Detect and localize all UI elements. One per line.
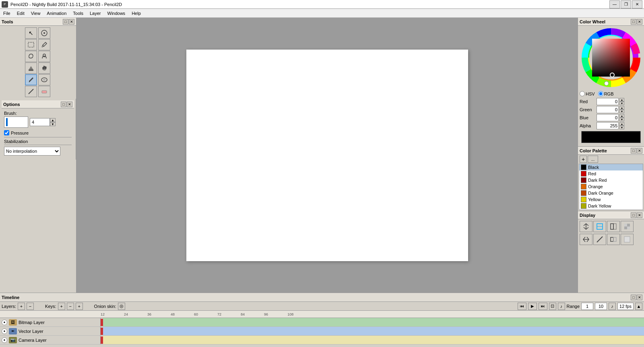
menu-animation[interactable]: Animation — [43, 9, 70, 18]
menu-edit[interactable]: Edit — [14, 9, 28, 18]
layer-timeline-camera[interactable] — [101, 336, 644, 344]
hsv-radio[interactable] — [580, 91, 585, 96]
rgb-radio-label[interactable]: RGB — [598, 91, 614, 96]
loop-btn[interactable]: ⊡ — [549, 303, 556, 310]
flip-vertical-btn[interactable] — [580, 234, 592, 245]
menu-tools[interactable]: Tools — [70, 9, 87, 18]
layer-eye-camera[interactable]: ● — [2, 337, 7, 343]
restore-button[interactable]: ❐ — [621, 0, 631, 8]
rubber-tool[interactable] — [38, 86, 50, 97]
layer-timeline-vector[interactable] — [101, 327, 644, 335]
minimize-button[interactable]: — — [609, 0, 620, 8]
menu-layer[interactable]: Layer — [87, 9, 104, 18]
titlebar-controls[interactable]: — ❐ ✕ — [609, 0, 642, 8]
color-wheel-close[interactable]: ✕ — [637, 19, 642, 25]
options-panel-float[interactable]: □ — [61, 102, 66, 107]
mirror-btn[interactable] — [607, 234, 620, 245]
palette-item-red[interactable]: Red — [579, 170, 643, 177]
palette-menu-button[interactable]: ... — [588, 156, 598, 163]
rgb-radio[interactable] — [598, 91, 603, 96]
color-wheel-float[interactable]: □ — [631, 19, 636, 25]
menu-file[interactable]: File — [0, 9, 14, 18]
layer-eye-vector[interactable]: ● — [2, 328, 7, 334]
prev-btn[interactable]: ⏮ — [518, 303, 526, 310]
keys-add2-btn[interactable]: + — [76, 303, 83, 310]
smudge-tool[interactable] — [38, 51, 50, 62]
range-sound-btn[interactable]: ♪ — [609, 303, 616, 310]
palette-add-button[interactable]: + — [580, 156, 587, 163]
tools-panel-close[interactable]: ✕ — [69, 19, 74, 25]
pencil-tool[interactable] — [25, 74, 37, 85]
overlay-view-btn[interactable] — [607, 221, 620, 232]
options-panel-controls[interactable]: □ ✕ — [61, 102, 72, 107]
menu-windows[interactable]: Windows — [104, 9, 129, 18]
blue-spin-down[interactable]: ▼ — [619, 118, 624, 121]
color-palette-close[interactable]: ✕ — [637, 148, 642, 154]
color-palette-controls[interactable]: □ ✕ — [631, 148, 642, 154]
bucket-tool[interactable] — [25, 62, 37, 74]
layers-remove-btn[interactable]: − — [27, 303, 34, 310]
blue-channel-input[interactable] — [597, 114, 619, 121]
palette-item-green[interactable]: Green — [579, 209, 643, 210]
alpha-channel-input[interactable] — [597, 122, 619, 129]
layers-add-btn[interactable]: + — [18, 303, 25, 310]
fps-input[interactable] — [617, 303, 634, 310]
red-spin-up[interactable]: ▲ — [619, 98, 624, 102]
onion-icon-btn[interactable]: ◎ — [118, 303, 125, 310]
palette-item-dark-orange[interactable]: Dark Orange — [579, 190, 643, 196]
hsv-radio-label[interactable]: HSV — [580, 91, 595, 96]
options-panel-close[interactable]: ✕ — [67, 102, 72, 107]
color-wheel-svg[interactable] — [581, 27, 641, 88]
checkerboard-btn[interactable] — [621, 221, 634, 232]
transparent-btn[interactable] — [621, 234, 634, 245]
alpha-spin-down[interactable]: ▼ — [619, 126, 624, 129]
sound-btn[interactable]: ♪ — [558, 303, 565, 310]
close-button[interactable]: ✕ — [632, 0, 642, 8]
display-panel-close[interactable]: ✕ — [637, 212, 642, 218]
interpolation-select[interactable]: No interpolation Simple Strong — [4, 147, 60, 156]
red-channel-input[interactable] — [597, 98, 619, 105]
green-spin-up[interactable]: ▲ — [619, 106, 624, 110]
timeline-float[interactable]: □ — [631, 295, 636, 300]
color-wheel-container[interactable] — [578, 26, 644, 89]
lasso-tool[interactable] — [25, 51, 37, 62]
hand-tool[interactable] — [38, 62, 50, 74]
color-palette-float[interactable]: □ — [631, 148, 636, 154]
layer-eye-bitmap[interactable]: ● — [2, 320, 7, 325]
timeline-header-controls[interactable]: □ ✕ — [631, 295, 642, 300]
pressure-checkbox[interactable] — [4, 130, 9, 135]
brush-spin-up[interactable]: ▲ — [50, 118, 56, 122]
green-spin-down[interactable]: ▼ — [619, 110, 624, 113]
timeline-close[interactable]: ✕ — [637, 295, 642, 300]
drawing-canvas[interactable] — [186, 50, 468, 261]
eyedropper-tool[interactable] — [38, 39, 50, 50]
line-overlay-btn[interactable] — [593, 234, 606, 245]
eraser-tool[interactable] — [38, 74, 50, 85]
blue-spin-up[interactable]: ▲ — [619, 114, 624, 118]
display-panel-float[interactable]: □ — [631, 212, 636, 218]
green-channel-input[interactable] — [597, 106, 619, 113]
color-wheel-controls[interactable]: □ ✕ — [631, 19, 642, 25]
flip-horizontal-btn[interactable] — [580, 221, 592, 232]
range-start-input[interactable] — [581, 303, 593, 310]
alpha-spin-up[interactable]: ▲ — [619, 122, 624, 126]
select-tool[interactable]: ↖ — [25, 27, 37, 39]
brush-value-input[interactable] — [30, 118, 50, 126]
range-end-input[interactable] — [595, 303, 607, 310]
display-panel-controls[interactable]: □ ✕ — [631, 212, 642, 218]
next-btn[interactable]: ⏭ — [539, 303, 547, 310]
palette-item-orange[interactable]: Orange — [579, 183, 643, 190]
palette-item-yellow[interactable]: Yellow — [579, 196, 643, 203]
play-btn[interactable]: ▶ — [528, 303, 537, 310]
keys-remove-btn[interactable]: − — [67, 303, 74, 310]
brush-spin-down[interactable]: ▼ — [50, 122, 56, 126]
menu-view[interactable]: View — [28, 9, 44, 18]
keys-add-btn[interactable]: + — [58, 303, 65, 310]
contour-tool[interactable] — [38, 27, 50, 39]
tools-panel-float[interactable]: □ — [63, 19, 68, 25]
palette-item-dark-yellow[interactable]: Dark Yellow — [579, 203, 643, 209]
red-spin-down[interactable]: ▼ — [619, 102, 624, 105]
palette-item-black[interactable]: Black — [579, 164, 643, 170]
line-tool[interactable] — [25, 86, 37, 97]
fps-spin[interactable]: ▲ — [635, 303, 642, 310]
